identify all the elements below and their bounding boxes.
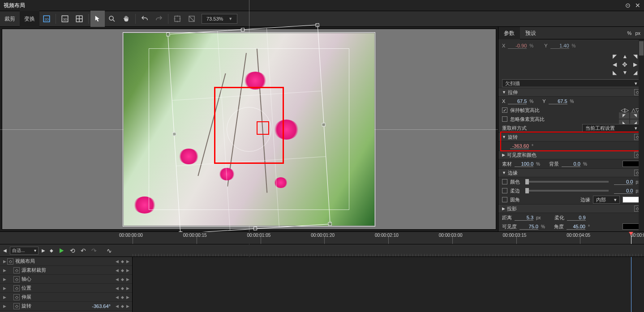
track-value[interactable]: -363.64° — [92, 303, 111, 309]
canvas[interactable] — [2, 29, 496, 230]
play-button[interactable] — [56, 246, 66, 256]
redo-icon[interactable] — [152, 11, 166, 27]
track-row[interactable]: ▶◇旋转-363.64°◀◆▶ — [0, 302, 132, 311]
tab-params[interactable]: 参数 — [498, 27, 520, 39]
edge-color-swatch[interactable] — [623, 197, 640, 203]
edge-soft-px[interactable]: 0.0 — [614, 188, 633, 194]
popout-icon[interactable]: ⊙ — [625, 2, 631, 9]
tab-transform[interactable]: 变换 — [20, 11, 39, 27]
resample-dropdown[interactable]: 当前工程设置▾ — [582, 124, 640, 132]
top-x-val[interactable]: -0.90 — [508, 43, 527, 49]
add-kf-icon[interactable]: ◆ — [120, 295, 125, 299]
reset-frame-icon[interactable] — [185, 11, 199, 27]
bg-opacity[interactable]: 0.0 — [562, 161, 580, 167]
close-icon[interactable]: ✕ — [635, 2, 640, 9]
params-scrollbar[interactable] — [639, 39, 644, 231]
prev-kf-icon[interactable]: ◀ — [114, 277, 120, 282]
shadow-distance[interactable]: 5.3 — [515, 215, 533, 221]
prev-kf-icon[interactable]: ◀ — [114, 304, 120, 308]
shadow-color-swatch[interactable] — [623, 223, 640, 230]
expand-icon[interactable]: ▶ — [2, 268, 7, 273]
add-kf-icon[interactable]: ◆ — [120, 304, 125, 308]
section-stretch[interactable]: ▼ 拉伸 ◇ — [498, 88, 644, 97]
nudge-n-icon[interactable]: ▲ — [620, 53, 629, 60]
prev-kf-icon[interactable]: ◀ — [114, 259, 120, 264]
keyframe-icon[interactable]: ◇ — [13, 276, 20, 282]
expand-icon[interactable]: ▶ — [2, 304, 7, 308]
stretch-x-val[interactable]: 67.5 — [508, 98, 527, 104]
arrow-tool-icon[interactable] — [90, 11, 105, 27]
add-kf-icon[interactable]: ◆ — [120, 268, 125, 273]
prev-key-icon[interactable]: ◀ — [2, 247, 8, 255]
shadow-soft[interactable]: 0.9 — [567, 215, 586, 221]
nudge-sw-icon[interactable]: ◣ — [610, 69, 619, 76]
track-row[interactable]: ▶◇位置◀◆▶ — [0, 284, 132, 293]
prev-kf-icon[interactable]: ◀ — [114, 295, 120, 299]
track-row[interactable]: ▶◇轴心◀◆▶ — [0, 275, 132, 284]
ignore-par-check[interactable] — [502, 116, 507, 122]
grid-icon[interactable] — [72, 11, 86, 27]
add-kf-icon[interactable]: ◆ — [120, 259, 125, 264]
kf-nav-icon[interactable]: ◆ — [48, 247, 55, 255]
curve-icon[interactable]: ∿ — [105, 246, 114, 255]
prev-kf-icon[interactable]: ◀ — [114, 268, 120, 273]
track-row[interactable]: ▶◇视频布局◀◆▶ — [0, 257, 132, 266]
mode-3d-icon[interactable]: 3D — [58, 11, 72, 27]
rotate-val[interactable]: -363.60 — [510, 143, 529, 149]
bg-color-swatch[interactable] — [623, 161, 640, 167]
expand-icon[interactable]: ▶ — [2, 277, 7, 282]
edge-color-px[interactable]: 0.0 — [614, 179, 633, 185]
next-key-icon[interactable]: ▶ — [40, 247, 47, 255]
undo-tl-icon[interactable]: ↶ — [79, 246, 88, 255]
track-row[interactable]: ▶◇伸展◀◆▶ — [0, 293, 132, 302]
tab-preset[interactable]: 预设 — [520, 27, 541, 39]
stretch-y-val[interactable]: 67.5 — [549, 98, 567, 104]
fit-dropdown[interactable]: 自适...▾ — [10, 247, 39, 255]
next-kf-icon[interactable]: ▶ — [125, 268, 130, 273]
nudge-w-icon[interactable]: ◀ — [610, 61, 619, 68]
section-edge[interactable]: ▼ 边缘 ◇ — [498, 168, 644, 177]
next-kf-icon[interactable]: ▶ — [125, 304, 130, 308]
shadow-angle[interactable]: 45.00 — [567, 224, 585, 230]
loop-icon[interactable]: ⟲ — [68, 246, 77, 255]
top-y-val[interactable]: 1.40 — [550, 43, 569, 49]
keyframe-icon[interactable]: ◇ — [13, 294, 20, 300]
nudge-s-icon[interactable]: ▼ — [620, 69, 629, 76]
edge-soft-slider[interactable] — [525, 190, 609, 192]
keyframe-icon[interactable]: ◇ — [13, 303, 20, 309]
expand-icon[interactable]: ▶ — [2, 286, 7, 291]
keyframe-icon[interactable]: ◇ — [13, 267, 20, 274]
track-row[interactable]: ▶◇源素材裁剪◀◆▶ — [0, 266, 132, 275]
redo-tl-icon[interactable]: ↷ — [90, 246, 99, 255]
expand-icon[interactable]: ▶ — [2, 259, 7, 264]
mode-2d-icon[interactable]: 2D — [39, 11, 54, 27]
safe-frame-icon[interactable] — [170, 11, 185, 27]
material-opacity[interactable]: 100.0 — [515, 161, 533, 167]
section-visibility[interactable]: ▶ 可见度和颜色 ◇ — [498, 150, 644, 159]
undo-icon[interactable] — [137, 11, 152, 27]
shadow-visibility[interactable]: 75.0 — [519, 224, 538, 230]
keyframe-icon[interactable]: ◇ — [7, 258, 13, 265]
section-rotate[interactable]: ▼ 旋转 ◇ — [498, 132, 644, 141]
edge-color-check[interactable] — [502, 179, 507, 184]
nudge-nw-icon[interactable]: ◤ — [610, 53, 619, 60]
time-ruler-minor[interactable] — [133, 244, 644, 256]
playhead[interactable] — [631, 232, 631, 244]
next-kf-icon[interactable]: ▶ — [125, 295, 130, 299]
unit-px[interactable]: px — [635, 30, 640, 36]
keep-aspect-check[interactable]: ✓ — [502, 107, 507, 113]
fit-tl-icon[interactable]: ◤ — [619, 112, 629, 119]
edge-round-check[interactable] — [502, 197, 507, 202]
next-kf-icon[interactable]: ▶ — [125, 277, 130, 282]
expand-icon[interactable]: ▶ — [2, 295, 7, 299]
next-kf-icon[interactable]: ▶ — [125, 259, 130, 264]
unit-percent[interactable]: % — [627, 30, 632, 36]
add-kf-icon[interactable]: ◆ — [120, 286, 125, 291]
add-kf-icon[interactable]: ◆ — [120, 277, 125, 282]
edge-color-slider[interactable] — [525, 181, 609, 183]
edge-mode-dropdown[interactable]: 内部▾ — [593, 196, 620, 204]
hand-tool-icon[interactable] — [119, 11, 133, 27]
nudge-center-icon[interactable]: ✥ — [620, 61, 629, 68]
edge-soft-check[interactable] — [502, 188, 507, 193]
overscan-dropdown[interactable]: 欠扫描▾ — [502, 79, 640, 87]
